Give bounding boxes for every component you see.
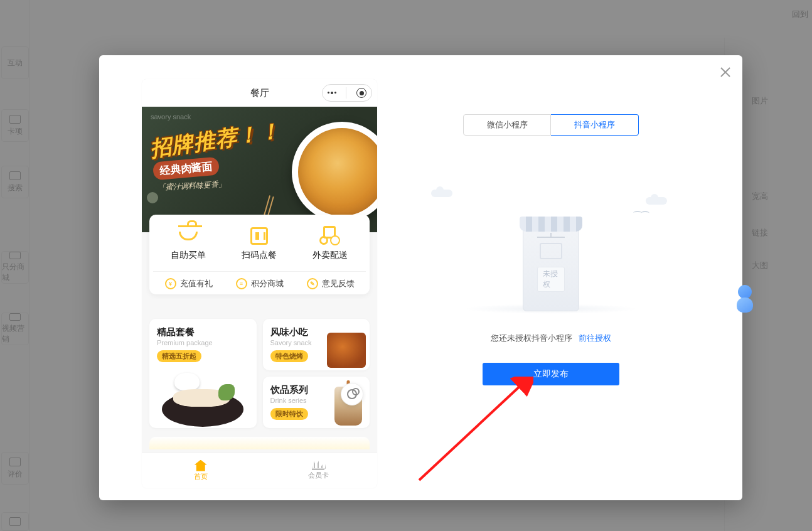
cloud-icon xyxy=(646,197,667,205)
tab-member[interactable]: 会员卡 xyxy=(260,453,378,488)
publish-modal: 餐厅 savory snack 招牌推荐！！ 经典肉酱面 「蜜汁调料味更香」 xyxy=(99,55,742,500)
link-icon xyxy=(347,389,357,399)
tab-wechat[interactable]: 微信小程序 xyxy=(463,114,551,136)
phone-tabbar: 首页 会员卡 xyxy=(142,452,377,488)
menu-scan-order[interactable]: 扫码点餐 xyxy=(225,226,295,261)
qr-icon xyxy=(250,227,268,245)
goto-auth-link[interactable]: 前往授权 xyxy=(579,333,611,343)
delivery-icon xyxy=(319,228,341,244)
person-icon xyxy=(735,285,755,311)
crown-icon xyxy=(312,461,324,470)
dish-icon xyxy=(179,232,198,240)
decor-icon xyxy=(147,192,158,203)
shop-icon: 未授权 xyxy=(523,217,579,311)
hero-banner[interactable]: savory snack 招牌推荐！！ 经典肉酱面 「蜜汁调料味更香」 xyxy=(142,107,377,232)
quick-menu-card: 自助买单 扫码点餐 外卖配送 ¥充值有礼 ≡积分商城 xyxy=(149,215,370,294)
phone-title: 餐厅 xyxy=(250,87,269,99)
phone-screen: 餐厅 savory snack 招牌推荐！！ 经典肉酱面 「蜜汁调料味更香」 xyxy=(142,79,377,488)
stack-icon: ≡ xyxy=(236,278,247,289)
publish-button[interactable]: 立即发布 xyxy=(483,363,619,385)
cat-combo[interactable]: 精品套餐 Premium package 精选五折起 xyxy=(149,319,257,428)
banner-title: 招牌推荐！！ xyxy=(148,117,282,164)
home-icon xyxy=(195,460,207,471)
cat-snack[interactable]: 风味小吃 Savory snack 特色烧烤 xyxy=(263,319,370,370)
badge-drink: 限时特饮 xyxy=(270,408,308,420)
submenu-recharge[interactable]: ¥充值有礼 xyxy=(165,278,213,289)
dots-icon xyxy=(328,92,336,94)
unauthorized-illustration: 未授权 xyxy=(385,167,717,311)
menu-delivery[interactable]: 外卖配送 xyxy=(296,226,366,261)
platform-tabs: 微信小程序 抖音小程序 xyxy=(385,114,717,136)
badge-snack: 特色烧烤 xyxy=(270,350,308,362)
phone-preview-wrap: 餐厅 savory snack 招牌推荐！！ 经典肉酱面 「蜜汁调料味更香」 xyxy=(99,55,360,500)
submenu-points[interactable]: ≡积分商城 xyxy=(236,278,284,289)
cloud-icon xyxy=(431,190,452,197)
tab-douyin[interactable]: 抖音小程序 xyxy=(551,114,639,136)
yen-icon: ¥ xyxy=(165,278,176,289)
modal-right-panel: 微信小程序 抖音小程序 未授权 您还未授权抖音小程序 前往授权 立即发布 xyxy=(360,55,742,500)
auth-message: 您还未授权抖音小程序 前往授权 xyxy=(385,333,717,344)
banner-tagline: 「蜜汁调料味更香」 xyxy=(158,179,227,193)
category-grid: 精品套餐 Premium package 精选五折起 风味小吃 Savory s… xyxy=(149,319,370,428)
menu-self-pay[interactable]: 自助买单 xyxy=(154,226,224,261)
phone-body: savory snack 招牌推荐！！ 经典肉酱面 「蜜汁调料味更香」 自助买单 xyxy=(142,107,377,452)
badge-combo: 精选五折起 xyxy=(157,350,201,362)
submenu-feedback[interactable]: ✎意见反馈 xyxy=(307,278,355,289)
phone-titlebar: 餐厅 xyxy=(142,79,377,107)
hotpot-image xyxy=(162,370,243,427)
more-strip xyxy=(149,437,370,449)
bird-icon xyxy=(633,211,642,215)
tab-home[interactable]: 首页 xyxy=(142,453,260,488)
edit-icon: ✎ xyxy=(307,278,318,289)
